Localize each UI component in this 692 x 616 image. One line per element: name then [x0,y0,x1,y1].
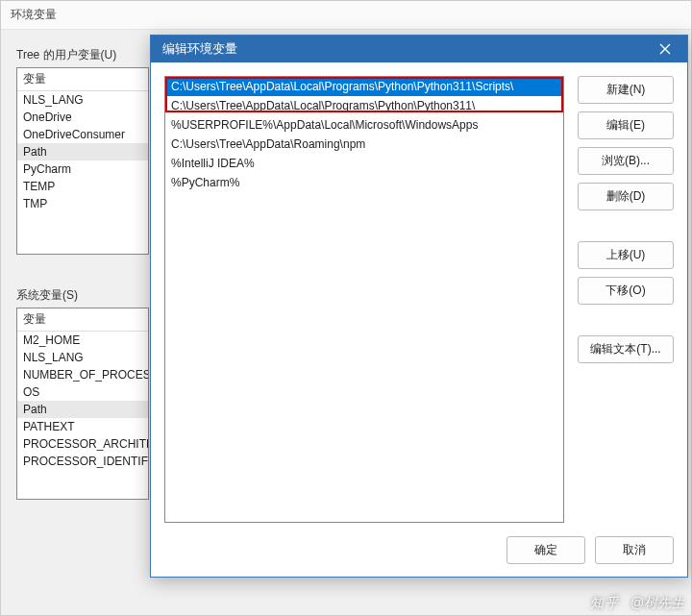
list-item[interactable]: TMP [17,195,148,212]
path-listbox[interactable]: C:\Users\Tree\AppData\Local\Programs\Pyt… [164,76,564,523]
close-icon [659,43,671,55]
dialog-titlebar[interactable]: 编辑环境变量 [151,36,687,62]
path-item[interactable]: C:\Users\Tree\AppData\Local\Programs\Pyt… [165,77,563,96]
path-item[interactable]: %PyCharm% [165,173,563,192]
edit-text-button[interactable]: 编辑文本(T)... [578,335,674,363]
list-item[interactable]: PROCESSOR_ARCHITECTURE [17,435,148,453]
list-item[interactable]: PROCESSOR_IDENTIFIER [17,453,148,470]
list-item[interactable]: NLS_LANG [17,91,148,109]
path-item[interactable]: %USERPROFILE%\AppData\Local\Microsoft\Wi… [165,115,563,135]
column-header-var[interactable]: 变量 [17,68,148,91]
list-item-path[interactable]: Path [17,143,148,160]
list-item[interactable]: NLS_LANG [17,349,148,366]
list-item-path[interactable]: Path [17,401,148,418]
new-button[interactable]: 新建(N) [578,76,674,104]
list-item[interactable]: OS [17,383,148,401]
move-up-button[interactable]: 上移(U) [578,241,674,269]
path-item[interactable]: C:\Users\Tree\AppData\Local\Programs\Pyt… [165,96,563,115]
move-down-button[interactable]: 下移(O) [578,277,674,305]
dialog-title: 编辑环境变量 [162,40,647,58]
edit-env-var-dialog: 编辑环境变量 C:\Users\Tree\AppData\Local\Progr… [150,35,688,578]
close-button[interactable] [647,37,683,61]
edit-button[interactable]: 编辑(E) [578,111,674,139]
browse-button[interactable]: 浏览(B)... [578,147,674,175]
env-vars-title: 环境变量 [1,1,691,30]
list-item[interactable]: OneDriveConsumer [17,126,148,143]
side-buttons: 新建(N) 编辑(E) 浏览(B)... 删除(D) 上移(U) 下移(O) 编… [578,76,674,523]
user-vars-list[interactable]: 变量 NLS_LANG OneDrive OneDriveConsumer Pa… [16,67,149,255]
path-item[interactable]: C:\Users\Tree\AppData\Roaming\npm [165,135,563,154]
list-item[interactable]: M2_HOME [17,332,148,349]
list-item[interactable]: TEMP [17,178,148,195]
delete-button[interactable]: 删除(D) [578,183,674,210]
list-item[interactable]: PATHEXT [17,418,148,435]
path-item[interactable]: %IntelliJ IDEA% [165,154,563,173]
sys-vars-list[interactable]: 变量 M2_HOME NLS_LANG NUMBER_OF_PROCESSORS… [16,308,149,500]
column-header-var[interactable]: 变量 [17,308,148,332]
list-item[interactable]: OneDrive [17,109,148,126]
cancel-button[interactable]: 取消 [595,536,674,564]
list-item[interactable]: NUMBER_OF_PROCESSORS [17,366,148,383]
ok-button[interactable]: 确定 [507,536,585,564]
list-item[interactable]: PyCharm [17,160,148,178]
